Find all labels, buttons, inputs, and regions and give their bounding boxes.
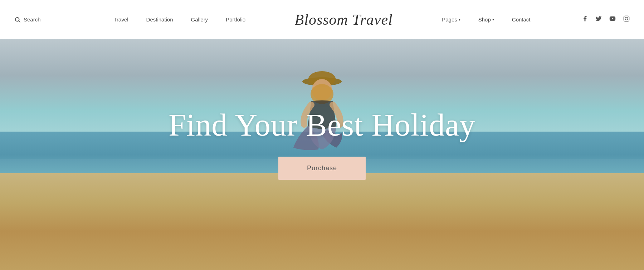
search-icon (14, 16, 21, 23)
pages-chevron-icon: ▾ (459, 18, 460, 21)
nav-gallery[interactable]: Gallery (191, 16, 208, 23)
svg-point-4 (625, 17, 628, 20)
search-area[interactable]: Search (14, 16, 64, 23)
nav-portfolio[interactable]: Portfolio (226, 16, 245, 23)
site-header: Search Travel Destination Gallery Portfo… (0, 0, 644, 39)
facebook-icon[interactable] (582, 15, 588, 24)
svg-rect-3 (624, 16, 629, 21)
nav-travel[interactable]: Travel (113, 16, 128, 23)
svg-point-5 (628, 17, 628, 18)
logo-text: Blossom Travel (295, 11, 393, 28)
svg-point-0 (15, 18, 19, 21)
nav-shop[interactable]: Shop ▾ (478, 16, 494, 23)
hero-sand-bg (0, 173, 644, 270)
hero-section: Find Your Best Holiday Purchase (0, 39, 644, 270)
purchase-button[interactable]: Purchase (278, 157, 366, 180)
youtube-icon[interactable] (609, 15, 616, 24)
hero-content: Find Your Best Holiday Purchase (169, 108, 475, 180)
instagram-icon[interactable] (623, 15, 630, 24)
nav-destination[interactable]: Destination (146, 16, 173, 23)
shop-chevron-icon: ▾ (492, 18, 494, 21)
hero-title: Find Your Best Holiday (169, 108, 475, 143)
social-links (580, 15, 630, 24)
nav-contact[interactable]: Contact (512, 16, 531, 23)
secondary-nav: Pages ▾ Shop ▾ Contact (442, 16, 530, 23)
site-logo[interactable]: Blossom Travel (295, 11, 393, 28)
search-label: Search (24, 16, 41, 23)
svg-line-1 (19, 21, 20, 22)
twitter-icon[interactable] (595, 15, 602, 24)
main-nav: Travel Destination Gallery Portfolio (113, 16, 245, 23)
nav-pages[interactable]: Pages ▾ (442, 16, 460, 23)
